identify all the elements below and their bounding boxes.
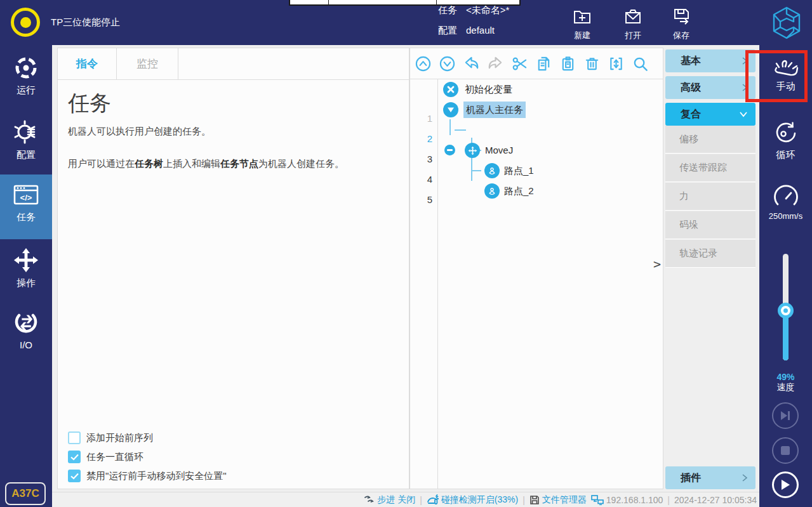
- movej-icon[interactable]: [465, 143, 480, 158]
- svg-text:</>: </>: [20, 193, 32, 202]
- checkbox-disable-move-to-safe[interactable]: 禁用"运行前手动移动到安全位置": [68, 470, 227, 482]
- step-status[interactable]: 步进 关闭: [364, 494, 415, 506]
- tree-node-label[interactable]: 初始化变量: [465, 82, 512, 97]
- tab-monitor[interactable]: 监控: [117, 48, 178, 79]
- checkbox-task-loop[interactable]: 任务一直循环: [68, 451, 227, 463]
- panel-expand-toggle[interactable]: >: [653, 256, 661, 272]
- step-forward-icon: [780, 411, 791, 421]
- group-basic[interactable]: 基本: [665, 49, 755, 72]
- teach-pendant-app: TP三位使能停止 任务 <未命名>* 配置 default 新建 打开 保存: [0, 0, 812, 507]
- sidebar-item-task[interactable]: </> 任务: [0, 182, 52, 223]
- io-icon: [13, 309, 39, 336]
- main-tabbar: 指令 监控: [58, 48, 409, 80]
- sidebar-item-config[interactable]: 配置: [0, 119, 52, 161]
- left-nav-sidebar: 运行 配置 </> 任务 操作: [0, 45, 52, 507]
- new-task-button[interactable]: 新建: [562, 6, 602, 41]
- copy-icon: [535, 55, 552, 72]
- stop-button[interactable]: [772, 437, 799, 464]
- tree-line-gutter: 1 2 3 4 5: [410, 79, 438, 489]
- tree-connector: [449, 119, 451, 135]
- main-instruction-panel: 指令 监控 任务 机器人可以执行用户创建的任务。 用户可以通过在任务树上插入和编…: [57, 48, 409, 489]
- speed-limit-indicator[interactable]: 250mm/s: [759, 183, 812, 221]
- new-folder-icon: [572, 6, 592, 27]
- search-button[interactable]: [631, 55, 649, 73]
- node-library-panel: 基本 高级 复合 偏移 传送带跟踪 力 码垛 轨迹记录 插件: [665, 48, 755, 489]
- task-config-info: 任务 <未命名>* 配置 default: [438, 5, 509, 46]
- enable-status-icon: [11, 8, 40, 37]
- cut-button[interactable]: [510, 55, 529, 73]
- task-tree: 初始化变量 机器人主任务 MoveJ 路点_1 路点_2: [438, 79, 663, 489]
- group-compound[interactable]: 复合: [665, 103, 755, 126]
- collision-status[interactable]: 碰撞检测开启(33%): [427, 494, 518, 506]
- step-forward-button[interactable]: [772, 402, 799, 429]
- speed-percent-value: 49%: [759, 372, 812, 382]
- node-item-force[interactable]: 力: [665, 183, 755, 211]
- open-task-button[interactable]: 打开: [613, 6, 653, 41]
- speed-label: 速度: [759, 382, 812, 393]
- collision-detect-icon: [427, 494, 439, 505]
- tree-node-label[interactable]: 路点_1: [504, 163, 534, 178]
- tp-status-text: TP三位使能停止: [51, 0, 120, 45]
- sidebar-item-io[interactable]: I/O: [0, 309, 52, 350]
- speedometer-icon: [772, 183, 800, 209]
- top-overlay-strip: [289, 0, 521, 6]
- collapse-minus-icon[interactable]: [444, 145, 455, 155]
- delete-button[interactable]: [583, 55, 601, 73]
- paste-button[interactable]: [559, 55, 577, 73]
- move-down-button[interactable]: [438, 55, 456, 73]
- node-item-palletizing[interactable]: 码垛: [665, 211, 755, 239]
- undo-button[interactable]: [462, 55, 481, 73]
- search-icon: [632, 55, 649, 72]
- insert-node-button[interactable]: [607, 55, 625, 73]
- waypoint-icon[interactable]: [484, 183, 500, 199]
- tree-toolbar: [410, 48, 663, 79]
- tab-instruction[interactable]: 指令: [58, 48, 117, 79]
- checkbox-unchecked-icon[interactable]: [68, 431, 81, 444]
- expand-triangle-icon[interactable]: [443, 102, 458, 117]
- stop-icon: [781, 446, 790, 455]
- task-label: 任务: [438, 5, 457, 15]
- checkbox-add-pre-sequence[interactable]: 添加开始前序列: [68, 431, 227, 444]
- tree-node-label-selected[interactable]: 机器人主任务: [463, 102, 526, 118]
- config-label: 配置: [438, 25, 457, 35]
- group-plugin[interactable]: 插件: [665, 466, 755, 489]
- sidebar-item-run[interactable]: 运行: [0, 55, 52, 96]
- copy-button[interactable]: [535, 55, 553, 73]
- delete-icon: [583, 55, 601, 72]
- task-tree-panel: 1 2 3 4 5 初始化变量 机器人主任务 MoveJ 路点_1: [409, 48, 663, 489]
- tree-node-label[interactable]: MoveJ: [485, 143, 513, 158]
- tree-connector: [455, 129, 466, 131]
- node-item-trajectory-record[interactable]: 轨迹记录: [665, 240, 755, 268]
- waypoint-icon[interactable]: [484, 163, 500, 178]
- checkbox-checked-icon[interactable]: [68, 470, 81, 482]
- speed-slider-thumb[interactable]: [778, 303, 794, 319]
- group-advanced[interactable]: 高级: [665, 76, 755, 99]
- init-variable-icon[interactable]: [443, 82, 458, 97]
- loop-mode-button[interactable]: 循环: [759, 120, 812, 161]
- sidebar-item-operate[interactable]: 操作: [0, 247, 52, 289]
- jog-arrows-icon: [13, 247, 39, 273]
- node-item-offset[interactable]: 偏移: [665, 126, 755, 154]
- redo-button[interactable]: [486, 55, 505, 73]
- line-number: 1: [413, 113, 432, 124]
- node-item-conveyor-tracking[interactable]: 传送带跟踪: [665, 154, 755, 182]
- move-up-icon: [415, 55, 432, 72]
- play-icon: [780, 479, 790, 491]
- play-button[interactable]: [772, 471, 799, 498]
- status-badge: A37C: [5, 482, 46, 505]
- config-gear-icon: [13, 119, 39, 145]
- task-options: 添加开始前序列 任务一直循环 禁用"运行前手动移动到安全位置": [68, 425, 227, 482]
- run-icon: [13, 55, 39, 81]
- tree-connector: [471, 170, 481, 171]
- save-task-button[interactable]: 保存: [661, 6, 702, 41]
- tree-node-label[interactable]: 路点_2: [504, 183, 534, 199]
- speed-slider[interactable]: [783, 254, 789, 360]
- chevron-right-icon: [742, 83, 748, 92]
- chevron-right-icon: [742, 473, 748, 482]
- file-manager-link[interactable]: 文件管理器: [529, 494, 587, 506]
- move-up-button[interactable]: [414, 55, 432, 73]
- loop-icon: [773, 120, 799, 147]
- checkbox-checked-icon[interactable]: [68, 451, 81, 463]
- manual-mode-button[interactable]: 手动: [759, 56, 812, 93]
- network-status[interactable]: 192.168.1.100: [591, 495, 663, 505]
